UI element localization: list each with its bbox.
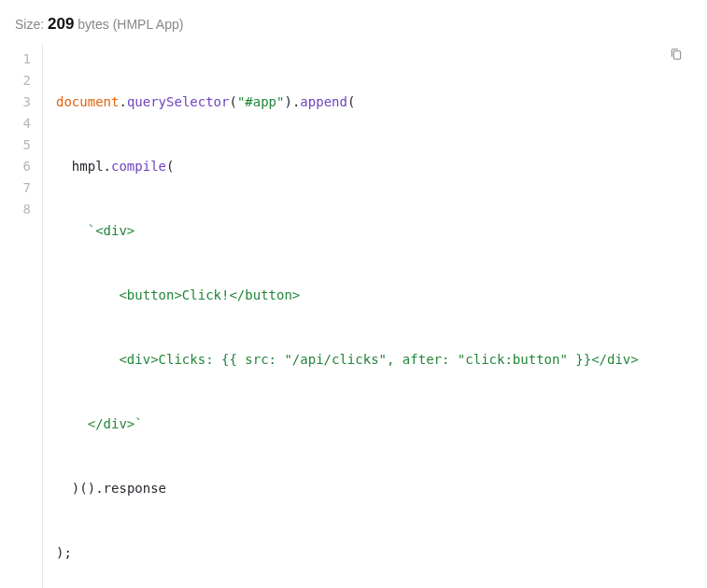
code-line: </div>`	[56, 413, 679, 435]
size-suffix: bytes (HMPL App)	[74, 17, 183, 32]
code-line: <div>Clicks: {{ src: "/api/clicks", afte…	[56, 349, 679, 371]
size-bytes: 209	[48, 15, 74, 33]
code-line: );	[56, 542, 679, 564]
copy-button[interactable]	[666, 47, 686, 67]
size-prefix: Size:	[15, 17, 48, 32]
code-line: )().response	[56, 478, 679, 499]
svg-rect-0	[673, 50, 680, 59]
line-number: 1	[19, 49, 31, 70]
line-number: 2	[19, 70, 31, 91]
code-body[interactable]: document.querySelector("#app").append( h…	[43, 43, 692, 588]
line-number: 4	[19, 113, 31, 134]
code-line: document.querySelector("#app").append(	[56, 91, 679, 113]
code-line: `<div>	[56, 220, 679, 242]
line-number: 5	[19, 134, 31, 156]
clipboard-icon	[669, 47, 684, 68]
code-block-hmpl: 1 2 3 4 5 6 7 8 document.querySelector("…	[15, 43, 692, 588]
line-number: 7	[19, 177, 31, 199]
code-line: <button>Click!</button>	[56, 285, 679, 306]
line-number: 8	[19, 199, 31, 220]
line-gutter: 1 2 3 4 5 6 7 8	[15, 43, 43, 588]
size-label-hmpl: Size: 209 bytes (HMPL App)	[15, 15, 692, 34]
line-number: 6	[19, 156, 31, 177]
line-number: 3	[19, 91, 31, 113]
code-line: hmpl.compile(	[56, 156, 679, 177]
